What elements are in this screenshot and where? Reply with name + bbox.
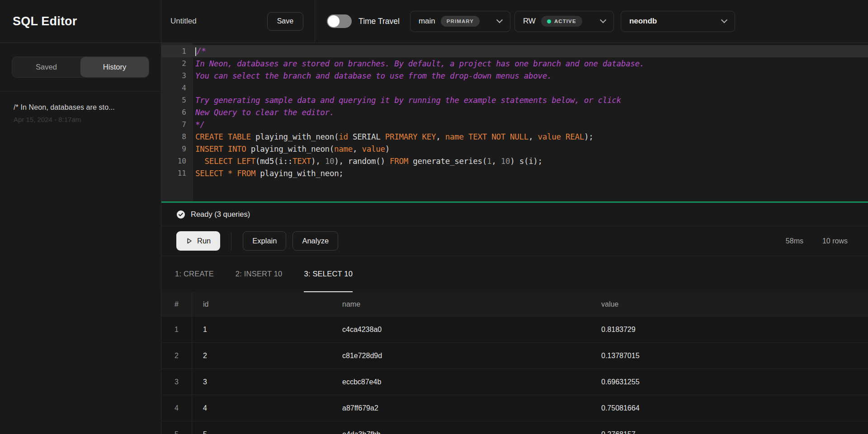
line-number: 1 [161, 47, 193, 56]
active-badge-label: ACTIVE [554, 19, 576, 24]
chevron-down-icon [721, 17, 727, 23]
line-number: 9 [161, 145, 193, 153]
page-title: SQL Editor [13, 14, 77, 28]
table-cell: 0.69631255 [590, 378, 868, 386]
code-token: ) [385, 145, 390, 154]
code-line[interactable]: 11SELECT * FROM playing_with_neon; [161, 167, 868, 179]
code-token: name [445, 132, 464, 141]
table-cell: 0.8183729 [590, 326, 868, 334]
statusbar: Ready (3 queries) [161, 203, 868, 226]
topbar-divider [315, 0, 315, 43]
code-text: /* [193, 47, 206, 56]
table-row[interactable]: 55e4da3b7fbb0.2768157 [161, 421, 868, 434]
history-timestamp: Apr 15, 2024 - 8:17am [14, 116, 147, 123]
text-caret-icon [195, 47, 196, 56]
sidebar-tab-saved[interactable]: Saved [12, 57, 80, 77]
table-cell: c4ca4238a0 [331, 326, 590, 334]
code-token: REAL [566, 132, 584, 141]
history-preview: /* In Neon, databases are sto... [14, 103, 147, 112]
result-tab-1[interactable]: 1: CREATE [175, 256, 214, 292]
run-button[interactable]: Run [176, 231, 220, 251]
code-lines: 1/*2In Neon, databases are stored on bra… [161, 43, 868, 179]
table-row[interactable]: 11c4ca4238a00.8183729 [161, 316, 868, 342]
table-cell: 5 [192, 430, 331, 434]
actions-divider [231, 232, 231, 250]
column-header-id: id [192, 300, 331, 308]
code-text: New Query to clear the editor. [193, 108, 334, 117]
time-travel-toggle[interactable] [327, 14, 352, 28]
code-line[interactable]: 8CREATE TABLE playing_with_neon(id SERIA… [161, 131, 868, 143]
line-number: 3 [161, 71, 193, 80]
code-token: FROM [390, 157, 408, 166]
code-token: TEXT NOT NULL [468, 132, 528, 141]
code-line[interactable]: 5Try generating sample data and querying… [161, 94, 868, 106]
code-token: (md5(i:: [255, 157, 292, 166]
code-text: INSERT INTO playing_with_neon(name, valu… [193, 145, 390, 154]
code-token [223, 169, 227, 178]
code-token: /* [197, 47, 206, 56]
sidebar-header: SQL Editor [0, 0, 161, 43]
table-row[interactable]: 22c81e728d9d0.13787015 [161, 342, 868, 369]
line-number: 8 [161, 132, 193, 141]
branch-select[interactable]: main PRIMARY [410, 11, 510, 32]
explain-button[interactable]: Explain [243, 231, 286, 251]
status-dot-icon [547, 19, 551, 23]
code-token: SELECT [195, 169, 223, 178]
code-text: SELECT * FROM playing_with_neon; [193, 169, 344, 178]
code-token: , [353, 145, 362, 154]
code-token: FROM [237, 169, 255, 178]
query-stats: 58ms 10 rows [786, 237, 848, 245]
column-header-name: name [331, 300, 590, 308]
table-cell: 0.13787015 [590, 352, 868, 360]
code-line[interactable]: 7*/ [161, 118, 868, 131]
line-number: 7 [161, 120, 193, 129]
column-header-index: # [161, 292, 192, 316]
history-item[interactable]: /* In Neon, databases are sto...Apr 15, … [14, 103, 147, 123]
table-cell: 3 [161, 369, 192, 395]
code-token: CREATE TABLE [195, 132, 251, 141]
save-button[interactable]: Save [267, 12, 303, 31]
table-row[interactable]: 44a87ff679a20.75081664 [161, 395, 868, 421]
code-token: , [436, 132, 445, 141]
code-line[interactable]: 2In Neon, databases are stored on branch… [161, 57, 868, 70]
code-line[interactable]: 3You can select the branch and database … [161, 70, 868, 82]
time-travel-label: Time Travel [359, 17, 400, 26]
code-token: value [362, 145, 385, 154]
code-line[interactable]: 6New Query to clear the editor. [161, 106, 868, 118]
line-number: 2 [161, 59, 193, 68]
code-editor[interactable]: 1/*2In Neon, databases are stored on bra… [161, 43, 868, 201]
database-select[interactable]: neondb [621, 11, 735, 32]
code-line[interactable]: 10 SELECT LEFT(md5(i::TEXT), 10), random… [161, 155, 868, 167]
analyze-button[interactable]: Analyze [292, 231, 338, 251]
code-line[interactable]: 4 [161, 82, 868, 94]
compute-select[interactable]: RW ACTIVE [514, 11, 614, 32]
row-count: 10 rows [822, 237, 848, 245]
code-token [195, 157, 204, 166]
code-text: CREATE TABLE playing_with_neon(id SERIAL… [193, 132, 593, 141]
code-token: 10 [325, 157, 334, 166]
main-panel: Untitled Save Time Travel main PRIMARY R… [161, 0, 868, 434]
table-cell: 2 [161, 343, 192, 369]
sidebar-tab-history[interactable]: History [80, 57, 149, 77]
code-token: ) s(i); [510, 157, 542, 166]
run-label: Run [197, 237, 211, 245]
table-cell: 3 [192, 378, 331, 386]
code-line[interactable]: 1/* [161, 45, 868, 57]
table-cell: 0.75081664 [590, 404, 868, 412]
result-tab-3[interactable]: 3: SELECT 10 [304, 256, 353, 292]
code-token: 10 [501, 157, 510, 166]
result-tab-2[interactable]: 2: INSERT 10 [236, 256, 283, 292]
table-cell: a87ff679a2 [331, 404, 590, 412]
table-cell: 5 [161, 421, 192, 434]
table-row[interactable]: 33eccbc87e4b0.69631255 [161, 369, 868, 395]
line-number: 5 [161, 96, 193, 104]
code-token: , [491, 157, 500, 166]
code-token: 1 [487, 157, 491, 166]
code-token [232, 157, 237, 166]
code-text: */ [193, 120, 204, 129]
sidebar: SQL Editor SavedHistory /* In Neon, data… [0, 0, 161, 434]
code-token: */ [195, 120, 204, 129]
table-cell: 0.2768157 [590, 430, 868, 434]
code-token: Try generating sample data and querying … [195, 96, 621, 105]
code-line[interactable]: 9INSERT INTO playing_with_neon(name, val… [161, 143, 868, 155]
